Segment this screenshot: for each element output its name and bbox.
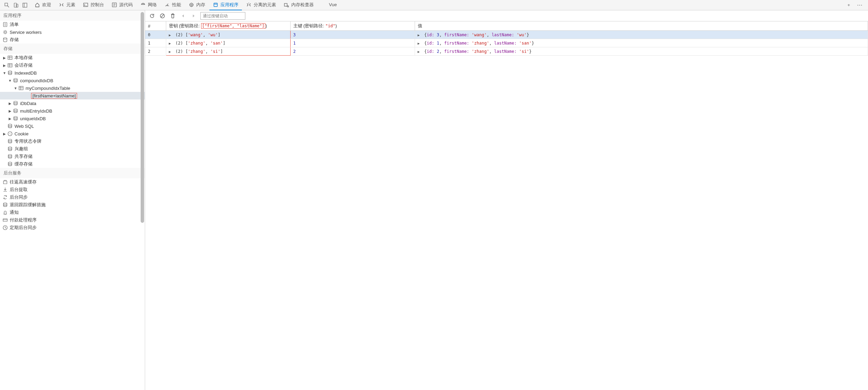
tab-label: 内存检查器 [291,2,314,8]
sidebar-item[interactable]: ▶uniqueIdxDB [0,115,145,122]
sidebar-item[interactable]: ▶Cookie [0,130,145,137]
sidebar-item[interactable]: ▶本地存储 [0,54,145,61]
sidebar-item-label: Web SQL [15,124,143,129]
tab-console[interactable]: 控制台 [79,0,107,10]
sidebar-item[interactable]: 退回跟踪缓解措施 [0,201,145,209]
memory-icon [189,2,194,8]
tab-meminspect[interactable]: 内存检查器 [280,0,317,10]
expand-icon[interactable]: ▶ [169,33,173,37]
col-value[interactable]: 值 [415,21,868,31]
tab-label: 内存 [196,2,205,8]
tab-sources[interactable]: 源代码 [108,0,136,10]
sidebar-item[interactable]: ▼myCompoundIdxTable [0,84,145,92]
db-icon [7,123,13,129]
tab-performance[interactable]: 性能 [161,0,185,10]
cell-value: ▶ {id: 2, firstName: 'zhang', lastName: … [415,47,868,56]
db-icon [2,202,8,208]
inspect-icon[interactable] [4,2,10,8]
refresh-button[interactable] [149,12,155,19]
table-icon [7,63,13,68]
tab-home[interactable]: 欢迎 [31,0,55,10]
tab-label: 源代码 [119,2,133,8]
tab-label: Vue [329,2,337,7]
sidebar-item-label: multiEntryIdxDB [20,108,143,114]
sidebar-item[interactable]: 存储 [0,36,145,44]
svg-rect-0 [5,3,8,6]
table-row[interactable]: 2▶ (2) ['zhang', 'si']2▶ {id: 2, firstNa… [145,47,868,56]
overflow-button[interactable]: ⋯ [854,0,866,10]
add-tab-button[interactable]: + [845,1,853,9]
sidebar-item-label: 会话存储 [15,62,143,68]
expand-icon[interactable]: ▶ [418,50,422,54]
cell-key: ▶ (2) ['zhang', 'si'] [166,47,290,56]
db-icon [7,139,13,144]
sidebar-item[interactable]: 缓存存储 [0,160,145,168]
cell-primary-key: 2 [290,47,415,56]
sidebar-item[interactable]: 清单 [0,21,145,28]
sidebar-item-label: 往返高速缓存 [10,179,143,185]
sidebar-item[interactable]: 兴趣组 [0,145,145,153]
tab-elements[interactable]: 元素 [55,0,79,10]
expand-icon: ▶ [2,132,7,136]
db-icon [12,116,19,121]
tab-detached[interactable]: 分离的元素 [243,0,280,10]
tab-application[interactable]: 应用程序 [209,0,242,10]
devtools-tab-bar: 欢迎元素控制台源代码网络性能内存应用程序分离的元素内存检查器Vue + ⋯ [0,0,868,10]
tab-vue[interactable]: Vue [318,0,340,10]
table-row[interactable]: 1▶ (2) ['zhang', 'san']1▶ {id: 1, firstN… [145,39,868,47]
expand-icon[interactable]: ▶ [418,41,422,45]
sidebar-item[interactable]: [firstName+lastName] [0,92,145,99]
meminspect-icon [284,2,289,8]
table-row[interactable]: 0▶ (2) ['wang', 'wu']3▶ {id: 3, firstNam… [145,31,868,39]
tab-label: 控制台 [91,2,104,8]
table-icon [7,55,13,60]
sidebar-item[interactable]: ▼IndexedDB [0,69,145,77]
vue-icon [321,2,327,8]
application-icon [213,2,218,8]
elements-icon [59,2,64,8]
sidebar-item[interactable]: ▼compoundIdxDB [0,77,145,84]
topbar-dock-controls [2,2,30,8]
expand-icon[interactable]: ▶ [169,41,173,45]
section-background: 后台服务 [0,168,145,178]
sidebar-item[interactable]: 后台同步 [0,193,145,201]
device-icon[interactable] [13,2,19,8]
db-icon [7,161,13,167]
delete-button[interactable] [169,12,176,19]
sidebar-item[interactable]: 付款处理程序 [0,216,145,224]
cell-key: ▶ (2) ['zhang', 'san'] [166,39,290,47]
sidebar-item-label: 专用状态令牌 [15,138,143,144]
sidebar-item-label: 兴趣组 [15,146,143,152]
expand-icon: ▶ [2,56,7,60]
sidebar-item[interactable]: 通知 [0,209,145,216]
indexeddb-data-view: # 密钥 (密钥路径: ["firstName", "lastName"]) 主… [145,10,868,390]
sidebar-item[interactable]: Web SQL [0,122,145,130]
sidebar-item[interactable]: 定期后台同步 [0,224,145,231]
expand-icon[interactable]: ▶ [169,50,173,54]
sidebar-item-label: Service workers [10,30,143,35]
sidebar-item[interactable]: ▶会话存储 [0,61,145,69]
sidebar-item[interactable]: 专用状态令牌 [0,137,145,145]
sidebar-item[interactable]: ▶iDbData [0,99,145,107]
clear-button[interactable] [159,12,166,19]
sidebar-item[interactable]: ▶multiEntryIdxDB [0,107,145,115]
fetch-icon [2,187,8,192]
col-primary-key[interactable]: 主键 (密钥路径: "id") [290,21,415,31]
col-index[interactable]: # [145,21,166,31]
sidebar-item[interactable]: Service workers [0,28,145,36]
tab-network[interactable]: 网络 [137,0,160,10]
cell-key: ▶ (2) ['wang', 'wu'] [166,31,290,39]
sidebar-item[interactable]: 共享存储 [0,153,145,160]
col-key[interactable]: 密钥 (密钥路径: ["firstName", "lastName"]) [166,21,290,31]
sidebar-item[interactable]: 后台提取 [0,186,145,193]
key-filter-input[interactable] [200,12,245,20]
expand-icon[interactable]: ▶ [418,33,422,37]
next-page-button [190,12,197,19]
expand-icon: ▼ [8,79,12,83]
sidebar-item[interactable]: 往返高速缓存 [0,178,145,186]
section-application: 应用程序 [0,10,145,21]
tab-memory[interactable]: 内存 [185,0,209,10]
application-sidebar: 应用程序 清单Service workers存储 存储 ▶本地存储▶会话存储▼I… [0,10,145,390]
panel-icon[interactable] [22,2,28,8]
tab-label: 性能 [172,2,181,8]
